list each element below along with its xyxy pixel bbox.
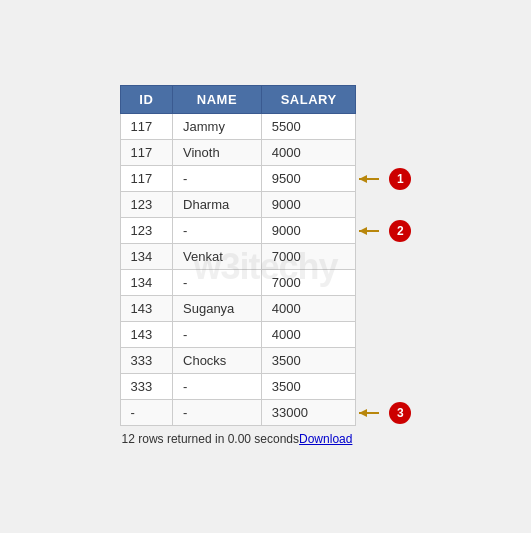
cell-6-2: 7000	[261, 270, 356, 296]
cell-10-2: 3500	[261, 374, 356, 400]
table-row: 117Vinoth4000	[120, 140, 356, 166]
table-row: 134-7000	[120, 270, 356, 296]
badge-1: 1	[389, 168, 411, 190]
cell-9-1: Chocks	[173, 348, 262, 374]
cell-10-0: 333	[120, 374, 172, 400]
table-row: --33000	[120, 400, 356, 426]
table-footer: 12 rows returned in 0.00 seconds Downloa…	[120, 426, 357, 448]
cell-2-1: -	[173, 166, 262, 192]
cell-4-2: 9000	[261, 218, 356, 244]
cell-2-2: 9500	[261, 166, 356, 192]
cell-7-1: Suganya	[173, 296, 262, 322]
cell-11-0: -	[120, 400, 172, 426]
cell-7-2: 4000	[261, 296, 356, 322]
cell-5-2: 7000	[261, 244, 356, 270]
cell-2-0: 117	[120, 166, 172, 192]
table-row: 333-3500	[120, 374, 356, 400]
annotation-2: 2	[351, 220, 411, 242]
cell-9-2: 3500	[261, 348, 356, 374]
cell-7-0: 143	[120, 296, 172, 322]
col-header-id: ID	[120, 86, 172, 114]
cell-5-1: Venkat	[173, 244, 262, 270]
table-row: 123Dharma9000	[120, 192, 356, 218]
col-header-salary: SALARY	[261, 86, 356, 114]
cell-1-2: 4000	[261, 140, 356, 166]
svg-marker-3	[359, 227, 367, 235]
cell-1-1: Vinoth	[173, 140, 262, 166]
cell-4-1: -	[173, 218, 262, 244]
cell-8-1: -	[173, 322, 262, 348]
svg-marker-1	[359, 175, 367, 183]
result-table: ID NAME SALARY 117Jammy5500117Vinoth4000…	[120, 85, 357, 426]
cell-11-2: 33000	[261, 400, 356, 426]
table-row: 143-4000	[120, 322, 356, 348]
table-row: 143Suganya4000	[120, 296, 356, 322]
cell-8-2: 4000	[261, 322, 356, 348]
annotation-1: 1	[351, 168, 411, 190]
table-header-row: ID NAME SALARY	[120, 86, 356, 114]
cell-10-1: -	[173, 374, 262, 400]
cell-0-1: Jammy	[173, 114, 262, 140]
cell-11-1: -	[173, 400, 262, 426]
status-text: 12 rows returned in 0.00 seconds	[122, 432, 299, 446]
col-header-name: NAME	[173, 86, 262, 114]
cell-0-2: 5500	[261, 114, 356, 140]
svg-marker-5	[359, 409, 367, 417]
table-row: 117Jammy5500	[120, 114, 356, 140]
cell-0-0: 117	[120, 114, 172, 140]
page-container: w3itechy ID NAME SALARY 117Jammy5500117V…	[0, 0, 531, 533]
table-row: 134Venkat7000	[120, 244, 356, 270]
badge-3: 3	[389, 402, 411, 424]
badge-2: 2	[389, 220, 411, 242]
main-content: w3itechy ID NAME SALARY 117Jammy5500117V…	[120, 85, 412, 448]
cell-9-0: 333	[120, 348, 172, 374]
cell-6-0: 134	[120, 270, 172, 296]
cell-3-1: Dharma	[173, 192, 262, 218]
cell-6-1: -	[173, 270, 262, 296]
cell-3-2: 9000	[261, 192, 356, 218]
cell-5-0: 134	[120, 244, 172, 270]
table-row: 117-9500	[120, 166, 356, 192]
table-row: 333Chocks3500	[120, 348, 356, 374]
cell-1-0: 117	[120, 140, 172, 166]
download-link[interactable]: Download	[299, 432, 352, 446]
cell-8-0: 143	[120, 322, 172, 348]
annotation-3: 3	[351, 402, 411, 424]
cell-3-0: 123	[120, 192, 172, 218]
table-row: 123-9000	[120, 218, 356, 244]
cell-4-0: 123	[120, 218, 172, 244]
